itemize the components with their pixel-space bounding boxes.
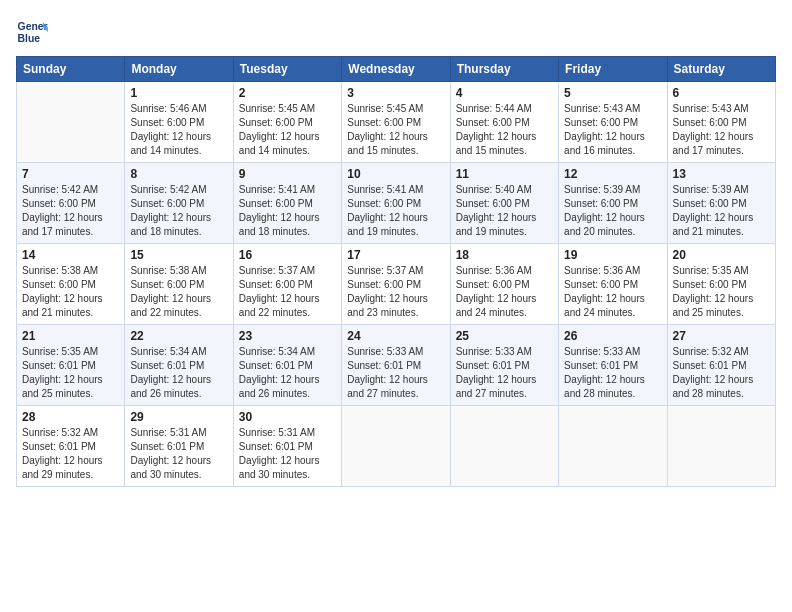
- day-info: Sunrise: 5:39 AM Sunset: 6:00 PM Dayligh…: [564, 183, 661, 239]
- day-info: Sunrise: 5:31 AM Sunset: 6:01 PM Dayligh…: [239, 426, 336, 482]
- calendar-cell: 25Sunrise: 5:33 AM Sunset: 6:01 PM Dayli…: [450, 325, 558, 406]
- day-number: 29: [130, 410, 227, 424]
- day-info: Sunrise: 5:32 AM Sunset: 6:01 PM Dayligh…: [673, 345, 770, 401]
- calendar-cell: 27Sunrise: 5:32 AM Sunset: 6:01 PM Dayli…: [667, 325, 775, 406]
- day-number: 19: [564, 248, 661, 262]
- calendar-cell: 4Sunrise: 5:44 AM Sunset: 6:00 PM Daylig…: [450, 82, 558, 163]
- calendar-cell: 21Sunrise: 5:35 AM Sunset: 6:01 PM Dayli…: [17, 325, 125, 406]
- day-info: Sunrise: 5:40 AM Sunset: 6:00 PM Dayligh…: [456, 183, 553, 239]
- day-number: 9: [239, 167, 336, 181]
- calendar-cell: 20Sunrise: 5:35 AM Sunset: 6:00 PM Dayli…: [667, 244, 775, 325]
- weekday-header-sunday: Sunday: [17, 57, 125, 82]
- week-row-2: 7Sunrise: 5:42 AM Sunset: 6:00 PM Daylig…: [17, 163, 776, 244]
- day-number: 6: [673, 86, 770, 100]
- day-info: Sunrise: 5:45 AM Sunset: 6:00 PM Dayligh…: [239, 102, 336, 158]
- day-number: 28: [22, 410, 119, 424]
- calendar-cell: 8Sunrise: 5:42 AM Sunset: 6:00 PM Daylig…: [125, 163, 233, 244]
- day-number: 14: [22, 248, 119, 262]
- calendar-table: SundayMondayTuesdayWednesdayThursdayFrid…: [16, 56, 776, 487]
- calendar-cell: [667, 406, 775, 487]
- weekday-header-row: SundayMondayTuesdayWednesdayThursdayFrid…: [17, 57, 776, 82]
- day-info: Sunrise: 5:43 AM Sunset: 6:00 PM Dayligh…: [564, 102, 661, 158]
- day-info: Sunrise: 5:38 AM Sunset: 6:00 PM Dayligh…: [22, 264, 119, 320]
- day-number: 7: [22, 167, 119, 181]
- calendar-cell: [450, 406, 558, 487]
- week-row-5: 28Sunrise: 5:32 AM Sunset: 6:01 PM Dayli…: [17, 406, 776, 487]
- day-info: Sunrise: 5:35 AM Sunset: 6:01 PM Dayligh…: [22, 345, 119, 401]
- day-info: Sunrise: 5:46 AM Sunset: 6:00 PM Dayligh…: [130, 102, 227, 158]
- day-number: 4: [456, 86, 553, 100]
- calendar-cell: 24Sunrise: 5:33 AM Sunset: 6:01 PM Dayli…: [342, 325, 450, 406]
- calendar-cell: 17Sunrise: 5:37 AM Sunset: 6:00 PM Dayli…: [342, 244, 450, 325]
- day-info: Sunrise: 5:35 AM Sunset: 6:00 PM Dayligh…: [673, 264, 770, 320]
- weekday-header-thursday: Thursday: [450, 57, 558, 82]
- day-info: Sunrise: 5:36 AM Sunset: 6:00 PM Dayligh…: [564, 264, 661, 320]
- day-number: 26: [564, 329, 661, 343]
- day-info: Sunrise: 5:31 AM Sunset: 6:01 PM Dayligh…: [130, 426, 227, 482]
- day-number: 13: [673, 167, 770, 181]
- weekday-header-friday: Friday: [559, 57, 667, 82]
- logo-icon: General Blue: [16, 16, 48, 48]
- svg-text:Blue: Blue: [18, 33, 41, 44]
- day-info: Sunrise: 5:37 AM Sunset: 6:00 PM Dayligh…: [347, 264, 444, 320]
- day-number: 20: [673, 248, 770, 262]
- day-number: 12: [564, 167, 661, 181]
- calendar-cell: 3Sunrise: 5:45 AM Sunset: 6:00 PM Daylig…: [342, 82, 450, 163]
- day-number: 27: [673, 329, 770, 343]
- day-info: Sunrise: 5:38 AM Sunset: 6:00 PM Dayligh…: [130, 264, 227, 320]
- day-info: Sunrise: 5:42 AM Sunset: 6:00 PM Dayligh…: [130, 183, 227, 239]
- calendar-cell: 29Sunrise: 5:31 AM Sunset: 6:01 PM Dayli…: [125, 406, 233, 487]
- day-number: 23: [239, 329, 336, 343]
- day-number: 21: [22, 329, 119, 343]
- day-info: Sunrise: 5:33 AM Sunset: 6:01 PM Dayligh…: [456, 345, 553, 401]
- day-info: Sunrise: 5:33 AM Sunset: 6:01 PM Dayligh…: [347, 345, 444, 401]
- calendar-cell: 1Sunrise: 5:46 AM Sunset: 6:00 PM Daylig…: [125, 82, 233, 163]
- day-info: Sunrise: 5:44 AM Sunset: 6:00 PM Dayligh…: [456, 102, 553, 158]
- day-number: 22: [130, 329, 227, 343]
- calendar-cell: [342, 406, 450, 487]
- calendar-cell: 6Sunrise: 5:43 AM Sunset: 6:00 PM Daylig…: [667, 82, 775, 163]
- day-info: Sunrise: 5:42 AM Sunset: 6:00 PM Dayligh…: [22, 183, 119, 239]
- calendar-cell: 15Sunrise: 5:38 AM Sunset: 6:00 PM Dayli…: [125, 244, 233, 325]
- calendar-cell: 18Sunrise: 5:36 AM Sunset: 6:00 PM Dayli…: [450, 244, 558, 325]
- day-number: 11: [456, 167, 553, 181]
- week-row-1: 1Sunrise: 5:46 AM Sunset: 6:00 PM Daylig…: [17, 82, 776, 163]
- day-number: 10: [347, 167, 444, 181]
- day-info: Sunrise: 5:41 AM Sunset: 6:00 PM Dayligh…: [239, 183, 336, 239]
- day-info: Sunrise: 5:34 AM Sunset: 6:01 PM Dayligh…: [239, 345, 336, 401]
- day-info: Sunrise: 5:37 AM Sunset: 6:00 PM Dayligh…: [239, 264, 336, 320]
- calendar-cell: 2Sunrise: 5:45 AM Sunset: 6:00 PM Daylig…: [233, 82, 341, 163]
- day-info: Sunrise: 5:36 AM Sunset: 6:00 PM Dayligh…: [456, 264, 553, 320]
- calendar-cell: 11Sunrise: 5:40 AM Sunset: 6:00 PM Dayli…: [450, 163, 558, 244]
- day-info: Sunrise: 5:41 AM Sunset: 6:00 PM Dayligh…: [347, 183, 444, 239]
- day-info: Sunrise: 5:33 AM Sunset: 6:01 PM Dayligh…: [564, 345, 661, 401]
- day-number: 18: [456, 248, 553, 262]
- day-info: Sunrise: 5:45 AM Sunset: 6:00 PM Dayligh…: [347, 102, 444, 158]
- calendar-cell: 26Sunrise: 5:33 AM Sunset: 6:01 PM Dayli…: [559, 325, 667, 406]
- calendar-cell: 5Sunrise: 5:43 AM Sunset: 6:00 PM Daylig…: [559, 82, 667, 163]
- day-number: 16: [239, 248, 336, 262]
- day-info: Sunrise: 5:34 AM Sunset: 6:01 PM Dayligh…: [130, 345, 227, 401]
- calendar-cell: 23Sunrise: 5:34 AM Sunset: 6:01 PM Dayli…: [233, 325, 341, 406]
- calendar-cell: [559, 406, 667, 487]
- day-info: Sunrise: 5:39 AM Sunset: 6:00 PM Dayligh…: [673, 183, 770, 239]
- calendar-cell: 22Sunrise: 5:34 AM Sunset: 6:01 PM Dayli…: [125, 325, 233, 406]
- calendar-cell: 7Sunrise: 5:42 AM Sunset: 6:00 PM Daylig…: [17, 163, 125, 244]
- day-number: 2: [239, 86, 336, 100]
- weekday-header-tuesday: Tuesday: [233, 57, 341, 82]
- day-number: 1: [130, 86, 227, 100]
- calendar-cell: 9Sunrise: 5:41 AM Sunset: 6:00 PM Daylig…: [233, 163, 341, 244]
- week-row-4: 21Sunrise: 5:35 AM Sunset: 6:01 PM Dayli…: [17, 325, 776, 406]
- day-number: 30: [239, 410, 336, 424]
- day-number: 3: [347, 86, 444, 100]
- calendar-cell: 13Sunrise: 5:39 AM Sunset: 6:00 PM Dayli…: [667, 163, 775, 244]
- page-header: General Blue: [16, 16, 776, 48]
- calendar-cell: 10Sunrise: 5:41 AM Sunset: 6:00 PM Dayli…: [342, 163, 450, 244]
- calendar-cell: 19Sunrise: 5:36 AM Sunset: 6:00 PM Dayli…: [559, 244, 667, 325]
- weekday-header-wednesday: Wednesday: [342, 57, 450, 82]
- day-number: 25: [456, 329, 553, 343]
- calendar-cell: [17, 82, 125, 163]
- day-number: 24: [347, 329, 444, 343]
- day-number: 17: [347, 248, 444, 262]
- calendar-cell: 14Sunrise: 5:38 AM Sunset: 6:00 PM Dayli…: [17, 244, 125, 325]
